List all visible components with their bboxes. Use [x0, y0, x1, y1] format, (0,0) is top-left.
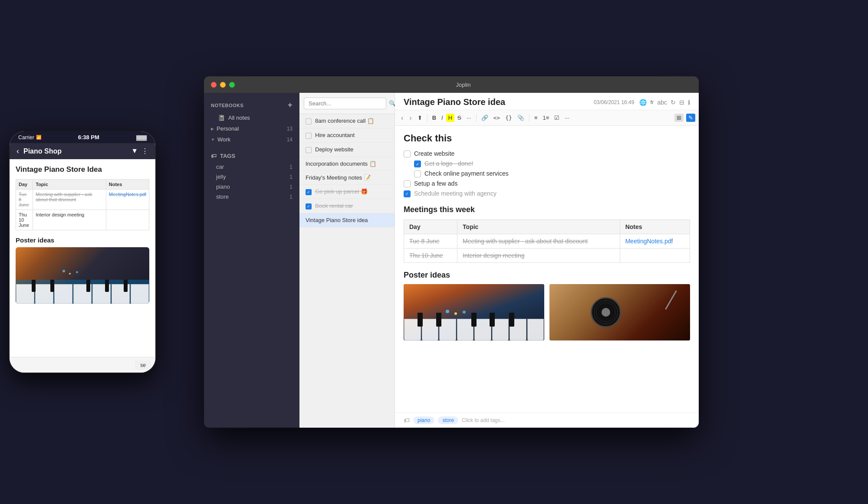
- note-item-friday[interactable]: Friday's Meeting notes 📝: [299, 171, 395, 185]
- app-window: Joplin NOTEBOOKS + 📓 All notes Personal …: [204, 76, 699, 428]
- note-item-piano[interactable]: Vintage Piano Store idea: [299, 213, 395, 227]
- more-button[interactable]: ···: [562, 114, 572, 122]
- note-title-deploy: Deploy website: [315, 146, 353, 153]
- minimize-button[interactable]: [220, 82, 226, 88]
- td-notes-2: [620, 249, 690, 263]
- mobile-inner: Carrier 📶 6:38 PM ▓▓▓ ‹ Piano Shop ▼ ⋮ V…: [10, 131, 155, 373]
- all-notes-label: All notes: [228, 115, 250, 121]
- note-item-goPickup[interactable]: ✓ Go pick up parcel 🎁: [299, 185, 395, 199]
- checkbox-hire[interactable]: [306, 133, 312, 139]
- mobile-more-icon[interactable]: ⋮: [141, 147, 148, 155]
- mobile-note-title: Vintage Piano Store Idea: [16, 165, 149, 174]
- spell-check-icon[interactable]: abc: [657, 99, 667, 106]
- globe-icon[interactable]: 🌐: [639, 99, 647, 106]
- check-label-create-website: Create website: [414, 150, 454, 157]
- edit-toggle-button[interactable]: ✎: [686, 114, 695, 122]
- sidebar-item-personal[interactable]: Personal 13: [204, 123, 299, 134]
- meeting-notes-link[interactable]: MeetingNotes.pdf: [625, 238, 673, 245]
- tags-section: 🏷 TAGS car 1 jelly 1 piano 1 store 1: [204, 150, 299, 202]
- mobile-filter-icon[interactable]: ▼: [131, 147, 138, 155]
- mobile-meeting-notes-link[interactable]: MeetingNotes.pdf: [109, 192, 146, 197]
- code-block-button[interactable]: {}: [503, 114, 514, 122]
- nav-back-button[interactable]: ‹: [398, 113, 406, 123]
- nav-forward-button[interactable]: ›: [407, 113, 414, 123]
- tag-car-label: car: [216, 164, 224, 170]
- preview-toggle-button[interactable]: ⊞: [674, 114, 684, 122]
- sidebar-item-work[interactable]: Work 14: [204, 134, 299, 145]
- attachment-button[interactable]: 📎: [515, 114, 526, 122]
- tag-piano-count: 1: [289, 184, 293, 190]
- sidebar-tag-car[interactable]: car 1: [204, 162, 299, 172]
- mobile-back-button[interactable]: ‹: [16, 147, 19, 156]
- notebooks-section-header: NOTEBOOKS +: [204, 98, 299, 112]
- maximize-button[interactable]: [229, 82, 235, 88]
- list-check-button[interactable]: ☑: [552, 114, 562, 122]
- checkbox-schedule[interactable]: ✓: [404, 190, 411, 197]
- wifi-icon: 📶: [36, 135, 41, 140]
- mobile-th-day: Day: [16, 180, 33, 190]
- sidebar-tag-jelly[interactable]: jelly 1: [204, 172, 299, 182]
- work-label: Work: [217, 136, 230, 143]
- checkbox-deploy[interactable]: [306, 147, 312, 153]
- meetings-table: Day Topic Notes Tue 8 June Meeting with …: [404, 219, 690, 263]
- more-format-button[interactable]: ···: [464, 114, 473, 122]
- bold-button[interactable]: B: [430, 114, 438, 122]
- note-title-bookrental: Book rental car: [315, 203, 353, 209]
- list-ul-button[interactable]: ≡: [532, 114, 540, 122]
- poster-images: [404, 284, 690, 340]
- sidebar-tag-piano[interactable]: piano 1: [204, 182, 299, 192]
- app-body: NOTEBOOKS + 📓 All notes Personal 13 Work…: [204, 93, 699, 428]
- close-button[interactable]: [211, 82, 217, 88]
- traffic-lights: [211, 82, 235, 88]
- tag-jelly-label: jelly: [216, 173, 226, 180]
- note-title-hire: Hire accountant: [315, 132, 355, 138]
- check-item-schedule: ✓ Schedule meeting with agency: [404, 190, 690, 197]
- italic-button[interactable]: I: [439, 114, 445, 122]
- check-label-logo: Get a logo - done!: [424, 160, 473, 167]
- note-item-hire[interactable]: Hire accountant: [299, 128, 395, 143]
- strikethrough-button[interactable]: S: [455, 114, 464, 122]
- list-ol-button[interactable]: 1≡: [540, 114, 551, 122]
- checkbox-logo[interactable]: ✓: [414, 160, 421, 167]
- check-item-payment: Check online payment services: [404, 170, 690, 177]
- note-main-title: Vintage Piano Store idea: [404, 97, 505, 107]
- share-button[interactable]: ⬆: [415, 114, 424, 122]
- checkbox-payment[interactable]: [414, 170, 421, 177]
- td-day-1: Tue 8 June: [404, 234, 457, 249]
- tag-badge-piano[interactable]: piano: [413, 416, 434, 424]
- sidebar-tag-store[interactable]: store 1: [204, 192, 299, 202]
- table-row-1: Tue 8 June Meeting with supplier - ask a…: [404, 234, 690, 249]
- checkbox-gopickup[interactable]: ✓: [306, 189, 312, 195]
- tag-badge-store[interactable]: store: [438, 416, 458, 424]
- checkbox-create-website[interactable]: [404, 151, 411, 157]
- app-title: Joplin: [235, 82, 692, 88]
- tag-add-label[interactable]: Click to add tags...: [462, 417, 505, 423]
- mobile-nav: ‹ Piano Shop ▼ ⋮: [10, 143, 155, 159]
- checkbox-8am[interactable]: [306, 118, 312, 124]
- mobile-status-bar: Carrier 📶 6:38 PM ▓▓▓: [10, 131, 155, 143]
- title-bar: Joplin: [204, 76, 699, 93]
- add-notebook-button[interactable]: +: [288, 101, 293, 110]
- sidebar-item-all-notes[interactable]: 📓 All notes: [204, 112, 299, 123]
- search-input[interactable]: [304, 98, 386, 109]
- mobile-table-row-2: Thu10June Interior design meeting: [16, 210, 149, 230]
- info-icon[interactable]: ℹ: [688, 99, 690, 106]
- mobile-close-button[interactable]: se: [135, 360, 151, 370]
- note-item-bookrental[interactable]: ✓ Book rental car: [299, 199, 395, 213]
- link-button[interactable]: 🔗: [479, 114, 490, 122]
- mobile-nav-title: Piano Shop: [23, 147, 127, 155]
- note-item-deploy[interactable]: Deploy website: [299, 143, 395, 157]
- checkbox-ads[interactable]: [404, 180, 411, 187]
- mobile-th-notes: Notes: [106, 180, 149, 190]
- sync-icon[interactable]: ↻: [671, 99, 676, 106]
- check-item-create-website: Create website: [404, 150, 690, 157]
- note-list: 🔍 ☰ ⊞ 8am conference call 📋 Hire account…: [299, 93, 395, 428]
- layout-icon[interactable]: ⊟: [679, 99, 684, 106]
- note-header: Vintage Piano Store idea 03/06/2021 16:4…: [395, 93, 699, 110]
- note-item-8am[interactable]: 8am conference call 📋: [299, 114, 395, 128]
- note-item-incorporation[interactable]: Incorporation documents 📋: [299, 157, 395, 171]
- code-inline-button[interactable]: <>: [491, 114, 503, 122]
- highlight-button[interactable]: H: [446, 114, 454, 122]
- tag-store-count: 1: [289, 194, 293, 200]
- checkbox-bookrental[interactable]: ✓: [306, 203, 312, 209]
